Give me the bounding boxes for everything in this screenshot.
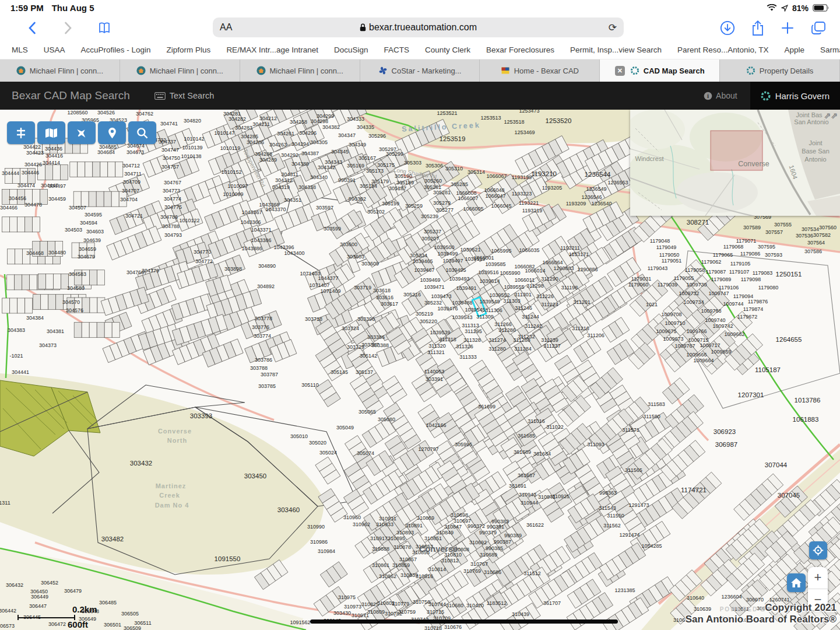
inset-place-label: Base San — [802, 148, 830, 155]
overview-inset-map[interactable]: ⇗⇗ WindcrestConverseJoint BasSan Antonio… — [630, 110, 840, 216]
forward-button[interactable] — [58, 19, 78, 37]
reader-mode-button[interactable]: AA — [220, 22, 232, 33]
bookmark-item[interactable]: DocuSign — [334, 46, 368, 54]
tab-bar: Michael Flinn | conn...Michael Flinn | c… — [0, 60, 840, 82]
bookmark-item[interactable]: Bexar Foreclosures — [486, 46, 554, 54]
tab-title: CAD Map Search — [644, 66, 705, 75]
legend-tool-button[interactable] — [7, 121, 35, 144]
tab-title: Michael Flinn | conn... — [30, 66, 103, 75]
app-header: Bexar CAD Map Search Text Search i About… — [0, 82, 840, 110]
bookmark-item[interactable]: Sarma — [820, 46, 840, 54]
browser-tab[interactable]: CoStar - Marketing... — [360, 60, 480, 82]
browser-tab[interactable]: Michael Flinn | conn... — [120, 60, 240, 82]
tab-title: Michael Flinn | conn... — [150, 66, 223, 75]
home-indicator[interactable] — [310, 620, 618, 624]
inset-place-label: Joint Bas — [796, 111, 822, 118]
pin-tool-button[interactable] — [98, 121, 126, 144]
inset-basemap — [630, 110, 840, 216]
bookmark-item[interactable]: RE/MAX Intr...age Intranet — [226, 46, 318, 54]
inset-place-label: Windcrest — [635, 155, 664, 162]
url-text: bexar.trueautomation.com — [213, 22, 624, 33]
browser-tab-active[interactable]: ✕CAD Map Search — [600, 60, 720, 82]
tab-title: Michael Flinn | conn... — [270, 66, 343, 75]
download-icon[interactable] — [720, 20, 735, 36]
close-tab-icon[interactable]: ✕ — [615, 66, 625, 76]
copyright-notice: Copyright 2021 San Antonio Board of Real… — [686, 602, 837, 625]
reload-button[interactable]: ⟳ — [609, 22, 617, 34]
about-button[interactable]: i About — [704, 91, 737, 100]
new-tab-icon[interactable] — [781, 21, 795, 35]
search-tool-button[interactable] — [128, 121, 156, 144]
inset-place-label: Joint — [809, 139, 822, 146]
text-search-button[interactable]: Text Search — [154, 91, 215, 100]
bookmark-item[interactable]: AccuProfiles - Login — [81, 46, 151, 54]
back-button[interactable] — [22, 19, 42, 37]
browser-tab[interactable]: Home - Bexar CAD — [480, 60, 600, 82]
plane-icon — [75, 127, 88, 139]
page-title: Bexar CAD Map Search — [12, 89, 130, 102]
bookmark-item[interactable]: County Clerk — [425, 46, 470, 54]
plane-tool-button[interactable] — [68, 121, 96, 144]
bookmarks-bar: MLSUSAAAccuProfiles - LoginZipform PlusR… — [0, 40, 840, 60]
clock: 1:59 PM — [10, 3, 44, 13]
map-tool-button[interactable] — [37, 121, 65, 144]
bookmark-item[interactable]: FACTS — [384, 46, 410, 54]
inset-place-label: Antonio — [804, 156, 826, 163]
home-extent-button[interactable] — [787, 573, 806, 592]
svg-text:i: i — [707, 93, 709, 99]
house-favicon-icon — [16, 66, 26, 75]
bookmark-item[interactable]: Zipform Plus — [167, 46, 211, 54]
status-bar: 1:59 PM Thu Aug 5 81% — [0, 0, 840, 16]
zoom-in-button[interactable]: + — [808, 567, 828, 589]
scale-km: 0.2km — [72, 604, 97, 614]
battery-percent: 81% — [792, 4, 809, 13]
scale-ft: 600ft — [68, 620, 88, 629]
scale-bar — [17, 615, 75, 620]
tabs-icon[interactable] — [811, 21, 826, 35]
map-toolbar — [7, 121, 156, 144]
date: Thu Aug 5 — [52, 3, 94, 13]
bookmark-item[interactable]: USAA — [44, 46, 65, 54]
copyright-line1: Copyright 2021 — [686, 602, 837, 614]
browser-tab[interactable]: Michael Flinn | conn... — [0, 60, 120, 82]
keyboard-icon — [154, 92, 166, 100]
bookmark-item[interactable]: MLS — [12, 46, 28, 54]
inset-place-label: San Antonio — [794, 118, 828, 125]
search-icon — [136, 127, 148, 139]
copyright-line2: San Antonio Board of Realtors® — [686, 614, 837, 625]
map-canvas[interactable]: 1208560304526305965304523304762304735304… — [0, 110, 840, 630]
wifi-icon — [767, 4, 777, 12]
lock-icon — [360, 23, 366, 32]
pin-icon — [108, 127, 117, 139]
location-icon — [781, 5, 788, 12]
costar-favicon-icon — [378, 66, 388, 75]
tab-title: Home - Bexar CAD — [514, 66, 579, 75]
map-icon — [45, 128, 58, 138]
geolocate-button[interactable] — [809, 541, 827, 559]
bookmark-item[interactable]: Apple — [785, 46, 805, 54]
house-favicon-icon — [256, 66, 266, 75]
info-icon: i — [704, 92, 712, 100]
tab-title: Property Details — [760, 66, 813, 75]
share-icon[interactable] — [751, 20, 764, 36]
bexar-favicon-icon — [501, 66, 510, 75]
browser-toolbar: AA bexar.trueautomation.com ⟳ — [0, 16, 840, 40]
browser-tab[interactable]: Michael Flinn | conn... — [240, 60, 360, 82]
inset-place-label: Converse — [738, 160, 769, 168]
browser-tab[interactable]: Property Details — [720, 60, 840, 82]
url-bar[interactable]: AA bexar.trueautomation.com ⟳ — [213, 18, 624, 37]
tab-title: CoStar - Marketing... — [392, 66, 462, 75]
gear-favicon-icon — [746, 66, 755, 75]
gear-favicon-icon — [630, 66, 639, 75]
harris-govern-brand[interactable]: Harris Govern — [750, 82, 840, 110]
bookmark-item[interactable]: Permit, Insp...view Search — [570, 46, 662, 54]
legend-icon — [15, 127, 27, 139]
ipad-screen: 1:59 PM Thu Aug 5 81% AA bexar.trueautom… — [0, 0, 840, 630]
battery-icon — [813, 4, 830, 12]
house-favicon-icon — [136, 66, 146, 75]
pinwheel-icon — [761, 91, 771, 101]
bookmark-item[interactable]: Parent Reso...Antonio, TX — [677, 46, 769, 54]
bookmarks-button[interactable] — [94, 19, 114, 37]
